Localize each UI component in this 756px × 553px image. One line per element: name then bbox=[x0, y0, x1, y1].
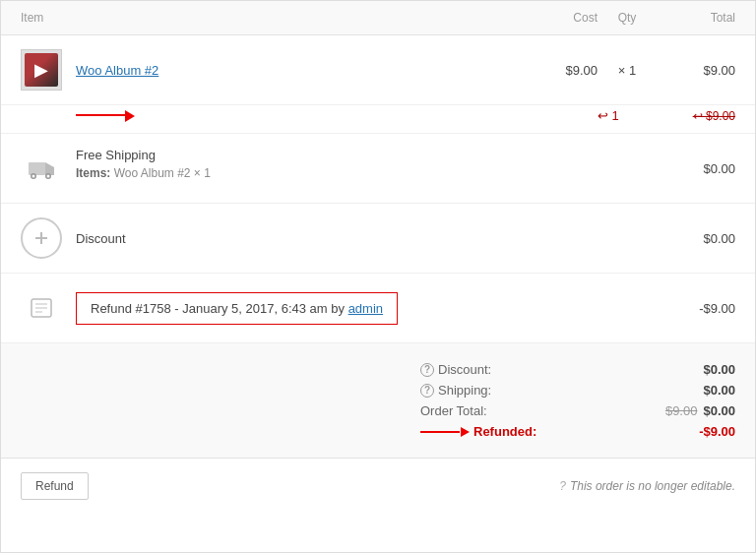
refund-note-row: Refund #1758 - January 5, 2017, 6:43 am … bbox=[1, 274, 755, 343]
discount-total-value: $0.00 bbox=[703, 362, 735, 377]
discount-cost: $0.00 bbox=[657, 231, 735, 246]
shipping-row: Free Shipping Items: Woo Album #2 × 1 $0… bbox=[1, 134, 755, 204]
svg-point-5 bbox=[47, 175, 50, 178]
shipping-total-label: ? Shipping: bbox=[420, 383, 491, 398]
discount-row: Discount $0.00 bbox=[1, 204, 755, 274]
discount-title: Discount bbox=[76, 231, 657, 246]
shipping-info-icon: ? bbox=[420, 384, 434, 398]
refund-arrow-area bbox=[21, 107, 598, 123]
refunded-label-area: Refunded: bbox=[420, 424, 536, 439]
order-total-label: Order Total: bbox=[420, 403, 487, 418]
refunded-row: Refunded: -$9.00 bbox=[420, 421, 735, 442]
qty-prefix: × bbox=[618, 63, 626, 78]
header-qty: Qty bbox=[598, 11, 657, 25]
product-total: $9.00 bbox=[657, 63, 735, 78]
refund-arrow-icon bbox=[76, 107, 135, 123]
order-total-new: $0.00 bbox=[703, 403, 735, 418]
discount-total-label: ? Discount: bbox=[420, 362, 491, 377]
header-total: Total bbox=[657, 11, 735, 25]
totals-section: ? Discount: $0.00 ? Shipping: $0.00 Orde… bbox=[1, 343, 755, 459]
refund-total: ↩ $9.00 bbox=[657, 108, 735, 123]
order-total-old: $9.00 bbox=[665, 403, 698, 418]
order-detail-panel: Item Cost Qty Total ▶ Woo Album #2 $9.00… bbox=[0, 0, 756, 553]
refund-qty-value: ↩ 1 bbox=[598, 108, 657, 123]
header-item: Item bbox=[21, 11, 519, 25]
refunded-label: Refunded: bbox=[473, 424, 536, 439]
shipping-icon bbox=[21, 148, 62, 189]
shipping-total-row: ? Shipping: $0.00 bbox=[420, 380, 735, 400]
refund-sub-row: ↩ 1 ↩ $9.00 bbox=[1, 105, 755, 134]
product-row: ▶ Woo Album #2 $9.00 × 1 $9.00 bbox=[1, 35, 755, 105]
refund-note-box: Refund #1758 - January 5, 2017, 6:43 am … bbox=[76, 292, 398, 325]
shipping-cost: $0.00 bbox=[657, 161, 735, 176]
svg-rect-0 bbox=[29, 162, 45, 175]
product-cost: $9.00 bbox=[519, 63, 598, 78]
refund-note-icon bbox=[21, 287, 62, 329]
refund-admin-link[interactable]: admin bbox=[348, 301, 383, 316]
shipping-items-value: Woo Album #2 × 1 bbox=[114, 166, 211, 180]
table-header: Item Cost Qty Total bbox=[1, 1, 755, 35]
shipping-title: Free Shipping bbox=[76, 148, 657, 162]
refund-button[interactable]: Refund bbox=[21, 472, 89, 500]
footer-row: Refund ? This order is no longer editabl… bbox=[1, 459, 755, 514]
not-editable-notice: ? This order is no longer editable. bbox=[559, 479, 735, 493]
header-cost: Cost bbox=[519, 11, 598, 25]
product-thumbnail: ▶ bbox=[21, 49, 62, 91]
shipping-items: Items: Woo Album #2 × 1 bbox=[76, 166, 657, 180]
product-name-col: Woo Album #2 bbox=[76, 63, 519, 78]
svg-point-4 bbox=[32, 175, 35, 178]
discount-info-icon: ? bbox=[420, 363, 434, 377]
shipping-total-value: $0.00 bbox=[703, 383, 735, 398]
refunded-arrow-icon bbox=[420, 425, 470, 439]
discount-icon bbox=[21, 217, 62, 259]
shipping-details: Free Shipping Items: Woo Album #2 × 1 bbox=[76, 148, 657, 180]
discount-total-row: ? Discount: $0.00 bbox=[420, 359, 735, 380]
order-total-row: Order Total: $9.00 $0.00 bbox=[420, 400, 735, 421]
thumbnail-art: ▶ bbox=[25, 53, 58, 87]
product-link[interactable]: Woo Album #2 bbox=[76, 63, 158, 78]
order-total-values: $9.00 $0.00 bbox=[665, 403, 735, 418]
svg-marker-1 bbox=[45, 162, 54, 175]
refund-note-amount: -$9.00 bbox=[657, 301, 735, 316]
product-qty: × 1 bbox=[598, 63, 657, 78]
not-editable-text: This order is no longer editable. bbox=[570, 479, 735, 493]
refund-total-value: ↩ $9.00 bbox=[693, 109, 735, 123]
not-editable-icon: ? bbox=[559, 479, 566, 493]
totals-table: ? Discount: $0.00 ? Shipping: $0.00 Orde… bbox=[420, 359, 735, 442]
shipping-items-label: Items: bbox=[76, 166, 110, 180]
refund-qty: ↩ 1 bbox=[598, 108, 657, 123]
refunded-value: -$9.00 bbox=[699, 424, 735, 439]
refund-note-text: Refund #1758 - January 5, 2017, 6:43 am … bbox=[91, 301, 345, 316]
qty-value: 1 bbox=[629, 63, 636, 78]
